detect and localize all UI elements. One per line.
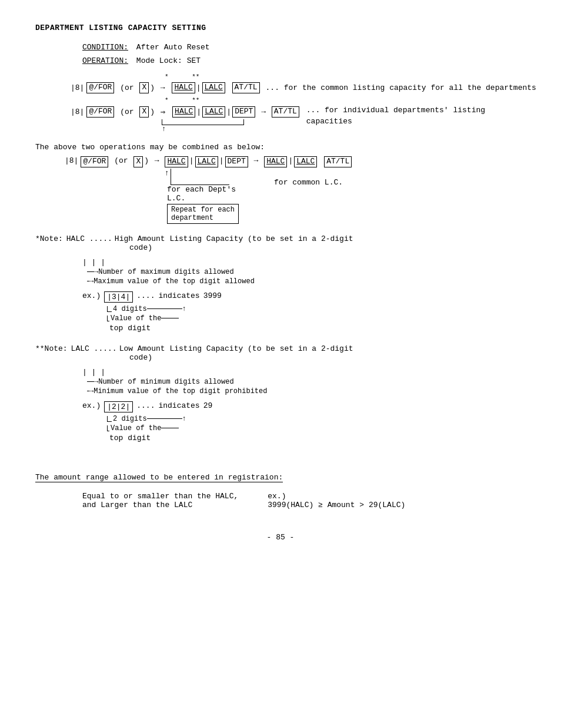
lalc-valuelabel: Value of the bbox=[111, 424, 161, 432]
comb-lalc1: LALC bbox=[195, 156, 218, 167]
op1-line: |8| @/FOR (or X ) → HALC | LALC AT/TL ..… bbox=[71, 82, 526, 93]
lalc-line1: →Number of minimum digits allowed bbox=[94, 378, 234, 386]
op2-lalc: LALC bbox=[202, 106, 225, 118]
halc-ex-inner: 4 digits ↑ bbox=[107, 305, 526, 313]
digit-diagram-halc: | | | →Number of maximum digits allowed … bbox=[82, 258, 526, 286]
condition-value: After Auto Reset bbox=[136, 43, 210, 52]
combined-intro: The above two operations may be combined… bbox=[35, 143, 526, 152]
note-halc-star: *Note: bbox=[35, 234, 63, 243]
op2-pipe-m2: | bbox=[226, 108, 231, 116]
range-line2: and Larger than the LALC bbox=[82, 501, 238, 509]
comb-pipe8: |8| bbox=[65, 156, 78, 165]
halc-ex-bracket: 4 digits ↑ Value of the top digit bbox=[107, 305, 526, 333]
halc-inner-row: →Number of maximum digits allowed bbox=[87, 268, 526, 276]
combined-repeat-box: Repeat for each department bbox=[167, 204, 239, 224]
op2-dept: DEPT bbox=[232, 106, 255, 118]
ex-halc-number: 3999 bbox=[203, 291, 222, 300]
note-lalc-section: **Note: LALC ..... Low Amount Listing Ca… bbox=[35, 344, 526, 362]
comb-pipe-m2: | bbox=[219, 156, 224, 165]
note-halc-label: HALC ..... bbox=[66, 234, 112, 243]
op2-attl: AT/TL bbox=[272, 106, 299, 118]
stars-row1: * ** bbox=[165, 73, 526, 80]
lalc-pipe-row: | | | bbox=[82, 368, 526, 377]
comb-halc1: HALC bbox=[165, 156, 188, 167]
ex-lalc-indicates: indicates bbox=[158, 401, 199, 410]
combined-each-text: for each Dept's bbox=[167, 185, 236, 194]
ex-lalc-box: |2|2| bbox=[104, 401, 133, 412]
halc-ex-outer: Value of the bbox=[107, 314, 526, 323]
page-number: - 85 - bbox=[35, 533, 526, 542]
op2-close: ) bbox=[150, 108, 159, 116]
comb-arrow2: → bbox=[249, 156, 263, 165]
note-halc-section: *Note: HALC ..... High Amount Listing Ca… bbox=[35, 234, 526, 252]
op1-pipe-l bbox=[166, 83, 171, 92]
ex-lalc-label: ex.) bbox=[82, 401, 101, 410]
operation-label: OPERATION: bbox=[82, 56, 128, 65]
range-lines: Equal to or smaller than the HALC, and L… bbox=[82, 492, 526, 509]
operation-1-block: * ** |8| @/FOR (or X ) → HALC | LALC AT/… bbox=[71, 73, 526, 93]
combined-department: department bbox=[171, 214, 235, 222]
combined-common-label: for common L.C. bbox=[274, 178, 343, 224]
page-title: DEPARTMENT LISTING CAPACITY SETTING bbox=[35, 24, 526, 32]
lalc-ex-inner: 2 digits ↑ bbox=[107, 415, 526, 423]
halc-valuelabel: Value of the bbox=[111, 314, 161, 323]
op2-space bbox=[166, 108, 171, 116]
op2-pipe8: |8| bbox=[71, 108, 84, 116]
note-halc-desc1: High Amount Listing Capacity (to be set … bbox=[115, 234, 353, 243]
range-line2b: 3999(HALC) ≥ Amount > 29(LALC) bbox=[268, 501, 405, 509]
amount-range-section: The amount range allowed to be entered i… bbox=[35, 459, 526, 509]
op1-attl: AT/TL bbox=[232, 82, 260, 93]
comb-arrow1: → bbox=[155, 156, 164, 165]
op2-orx: (or bbox=[115, 108, 138, 116]
op2-wrapper: |8| @/FOR (or X ) ⇒ HALC | LALC | DEPT →… bbox=[71, 105, 526, 133]
halc-bracket-block: →Number of maximum digits allowed →Maxim… bbox=[87, 268, 526, 286]
range-left: Equal to or smaller than the HALC, and L… bbox=[82, 492, 238, 509]
op1-arrow: → bbox=[161, 83, 165, 92]
ex-halc-row: ex.) |3|4| .... indicates 3999 bbox=[82, 291, 526, 303]
ex-halc-dots: .... bbox=[136, 291, 155, 300]
comb-xbox: X bbox=[133, 156, 143, 167]
ex-halc-box: |3|4| bbox=[104, 291, 133, 303]
ex-halc-label: ex.) bbox=[82, 291, 101, 300]
comb-close: ) bbox=[144, 156, 153, 165]
range-line1: Equal to or smaller than the HALC, bbox=[82, 492, 238, 501]
condition-label: CONDITION: bbox=[82, 43, 128, 52]
comb-for-box: @/FOR bbox=[81, 156, 108, 167]
lalc-ex-bracket: 2 digits ↑ Value of the top digit bbox=[107, 415, 526, 442]
note-lalc-line2: code) bbox=[129, 353, 526, 362]
op1-lalc: LALC bbox=[202, 82, 225, 93]
op2-left: |8| @/FOR (or X ) ⇒ HALC | LALC | DEPT →… bbox=[71, 105, 299, 133]
op1-for-box: @/FOR bbox=[86, 82, 114, 93]
op1-pipe-m: | bbox=[196, 83, 201, 92]
ex-halc-indicates: indicates bbox=[158, 291, 199, 300]
op2-line: |8| @/FOR (or X ) ⇒ HALC | LALC | DEPT →… bbox=[71, 106, 299, 118]
ex-lalc-section: ex.) |2|2| .... indicates 29 2 digits ↑ … bbox=[82, 401, 526, 442]
lalc-bracket-arrow: ↑ bbox=[182, 415, 186, 423]
range-detail: Equal to or smaller than the HALC, and L… bbox=[82, 492, 526, 509]
comb-orx: (or bbox=[109, 156, 132, 165]
combined-lc: L.C. bbox=[167, 194, 236, 203]
note-lalc-line1: **Note: LALC ..... Low Amount Listing Ca… bbox=[35, 344, 526, 353]
digit-diagram-lalc: | | | →Number of minimum digits allowed … bbox=[82, 368, 526, 395]
lalc-line2: →Minimum value of the top digit prohibit… bbox=[89, 387, 267, 395]
comb-pipe-m1: | bbox=[189, 156, 194, 165]
range-line1b: ex.) bbox=[268, 492, 405, 501]
ex-halc-diagram: 4 digits ↑ Value of the top digit bbox=[107, 305, 526, 333]
halc-pipe-row: | | | bbox=[82, 258, 526, 267]
halc-line1: →Number of maximum digits allowed bbox=[94, 268, 234, 276]
ex-halc-section: ex.) |3|4| .... indicates 3999 4 digits … bbox=[82, 291, 526, 333]
ex-lalc-dots: .... bbox=[136, 401, 155, 410]
op1-desc: ... for the common listing capacity for … bbox=[266, 83, 536, 92]
lalc-topdigit: top digit bbox=[109, 434, 526, 442]
comb-dept1: DEPT bbox=[225, 156, 248, 167]
comb-pipe-m4 bbox=[318, 156, 323, 165]
halc-outer-row: →Maximum value of the top digit allowed bbox=[87, 277, 526, 286]
op1-pipe-r bbox=[226, 83, 231, 92]
amount-range-title: The amount range allowed to be entered i… bbox=[35, 473, 283, 482]
combined-each-block: ↑ for each Dept's L.C. Repeat for each d… bbox=[165, 169, 239, 224]
lalc-inner-row: →Number of minimum digits allowed bbox=[87, 378, 526, 386]
range-right: ex.) 3999(HALC) ≥ Amount > 29(LALC) bbox=[268, 492, 405, 509]
note-lalc-stars: **Note: bbox=[35, 344, 68, 353]
comb-attl: AT/TL bbox=[324, 156, 352, 167]
combined-row: |8| @/FOR (or X ) → HALC | LALC | DEPT →… bbox=[65, 156, 526, 167]
